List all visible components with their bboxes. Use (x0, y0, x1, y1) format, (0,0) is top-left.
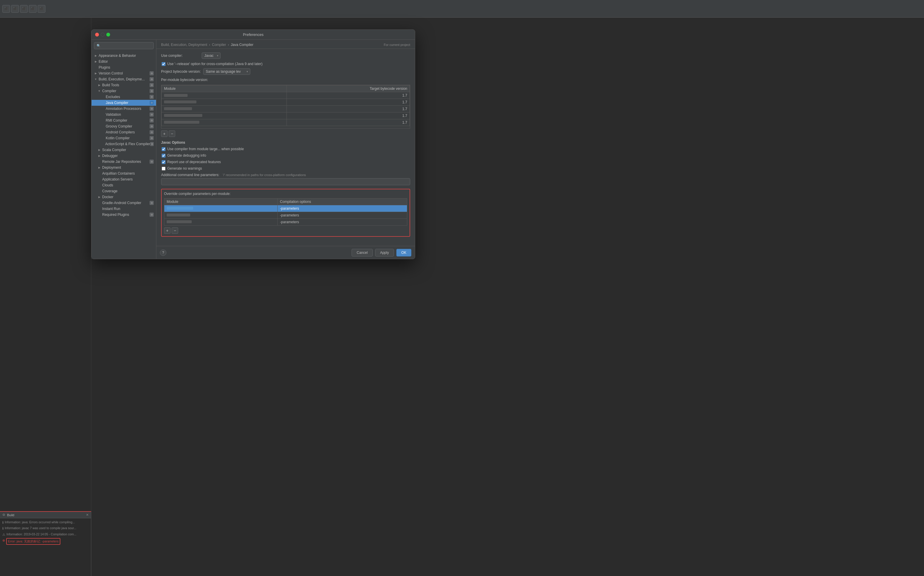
sidebar-item-debugger[interactable]: ▶ Debugger (91, 153, 156, 159)
search-input[interactable] (102, 43, 151, 48)
dialog-footer: ? Cancel Apply OK (157, 246, 415, 259)
sidebar-item-arquillian[interactable]: ▶ Arquillian Containers (91, 171, 156, 176)
sidebar-item-rmi[interactable]: ▶ RMI Compiler ⚙ (91, 117, 156, 123)
toolbar-btn-4[interactable]: ⬛ (29, 5, 37, 13)
sidebar-item-label: Gradle-Android Compiler (102, 201, 141, 205)
search-box[interactable]: 🔍 (94, 42, 154, 49)
settings-icon: ⚙ (150, 118, 154, 123)
arrow-icon: ▶ (98, 195, 101, 199)
table-row[interactable]: 1.7 (161, 99, 410, 106)
additional-params-input[interactable] (161, 178, 410, 185)
deprecated-checkbox[interactable] (161, 160, 165, 164)
version-cell: 1.7 (287, 92, 410, 99)
override-table-row[interactable]: -parameters (164, 212, 407, 219)
module-table-container: Module Target bytecode version (161, 85, 410, 129)
close-button[interactable] (95, 33, 99, 37)
sidebar-item-groovy[interactable]: ▶ Groovy Compiler ⚙ (91, 123, 156, 129)
toolbar-btn-1[interactable]: ⬛ (2, 5, 10, 13)
sidebar-item-kotlin[interactable]: ▶ Kotlin Compiler ⚙ (91, 135, 156, 141)
help-button[interactable]: ? (160, 250, 166, 256)
sidebar-item-android[interactable]: ▶ Android Compilers ⚙ (91, 129, 156, 135)
sidebar-item-build-tools[interactable]: ▶ Build Tools ⚙ (91, 82, 156, 88)
per-module-label: Per-module bytecode version: (161, 78, 208, 82)
sidebar-item-annotation[interactable]: ▶ Annotation Processors ⚙ (91, 106, 156, 112)
msg-text-2: Information: javac 7 was used to compile… (5, 526, 76, 530)
sidebar-item-plugins[interactable]: ▶ Plugins (91, 64, 156, 70)
maximize-button[interactable] (106, 33, 110, 37)
sidebar-item-remote-jar[interactable]: ▶ Remote Jar Repositories ⚙ (91, 159, 156, 165)
use-compiler-select-wrapper[interactable]: Javac (202, 53, 221, 59)
override-module-name (167, 220, 192, 223)
apply-button[interactable]: Apply (375, 249, 394, 256)
override-table: Module Compilation options -parameters (164, 198, 407, 226)
sidebar-item-excludes[interactable]: ▶ Excludes ⚙ (91, 94, 156, 100)
sidebar-item-actionscript[interactable]: ▶ ActionScript & Flex Compiler ⚙ (91, 141, 156, 147)
ok-button[interactable]: OK (396, 249, 411, 256)
cancel-button[interactable]: Cancel (352, 249, 372, 256)
toolbar-btn-5[interactable]: ⬛ (38, 5, 45, 13)
cross-compile-checkbox[interactable] (161, 62, 165, 66)
checkbox-label-4: Generate no warnings (167, 166, 202, 171)
use-compiler-select[interactable]: Javac (202, 53, 221, 59)
toolbar-btn-2[interactable]: ⬛ (11, 5, 19, 13)
sidebar-item-label: Plugins (99, 66, 110, 69)
sidebar-item-appearance[interactable]: ▶ Appearance & Behavior (91, 53, 156, 59)
checkbox-row-1: Use compiler from module targe... when p… (161, 147, 410, 151)
info-icon-1: ℹ (2, 520, 3, 525)
table-row[interactable]: 1.7 (161, 112, 410, 119)
module-name (164, 101, 197, 103)
table-row[interactable]: 1.7 (161, 92, 410, 99)
remove-override-button[interactable]: − (172, 227, 178, 234)
sidebar-item-version-control[interactable]: ▶ Version Control ⚙ (91, 70, 156, 76)
add-override-button[interactable]: + (164, 227, 171, 234)
override-table-buttons: + − (164, 227, 407, 234)
add-module-button[interactable]: + (161, 130, 168, 137)
toolbar-btn-3[interactable]: ⬛ (20, 5, 28, 13)
sidebar-item-label: Application Servers (102, 177, 133, 181)
msg-row-1: ℹ Information: java: Errors occurred whi… (1, 520, 90, 525)
messages-tab-label[interactable]: Build (7, 513, 14, 517)
bytecode-version-select[interactable]: Same as language lev (203, 68, 250, 75)
sidebar-item-java-compiler[interactable]: ▶ Java Compiler ⚙ (91, 100, 156, 106)
sidebar-item-validation[interactable]: ▶ Validation ⚙ (91, 112, 156, 117)
sidebar-item-label: Build Tools (102, 83, 119, 87)
sidebar-item-label: Required Plugins (102, 213, 129, 217)
module-name (164, 121, 199, 124)
messages-close-icon[interactable]: ✕ (86, 513, 89, 517)
ide-toolbar: ⬛ ⬛ ⬛ ⬛ ⬛ (0, 0, 924, 18)
preferences-dialog: Preferences 🔍 ▶ Appearance & Behavior ▶ (91, 29, 415, 259)
sidebar-item-label: Instant Run (102, 207, 120, 211)
sidebar-item-gradle-android[interactable]: ▶ Gradle-Android Compiler ⚙ (91, 200, 156, 206)
sidebar-item-app-servers[interactable]: ▶ Application Servers (91, 176, 156, 182)
nav-tree: ▶ Appearance & Behavior ▶ Editor ▶ Plugi… (91, 51, 156, 259)
sidebar-item-scala[interactable]: ▶ Scala Compiler (91, 147, 156, 153)
sidebar-item-compiler[interactable]: ▼ Compiler ⚙ (91, 88, 156, 94)
sidebar-item-coverage[interactable]: ▶ Coverage (91, 188, 156, 194)
sidebar-item-deployment[interactable]: ▶ Deployment (91, 165, 156, 171)
sidebar-item-editor[interactable]: ▶ Editor (91, 59, 156, 64)
minimize-button[interactable] (101, 33, 104, 37)
sidebar-item-label: Groovy Compiler (106, 124, 132, 128)
bytecode-version-wrapper[interactable]: Same as language lev (203, 68, 250, 75)
override-table-row[interactable]: -parameters (164, 219, 407, 226)
settings-icon: ⚙ (150, 71, 154, 75)
use-compiler-module-checkbox[interactable] (161, 147, 165, 151)
module-cell (161, 112, 287, 119)
remove-module-button[interactable]: − (169, 130, 175, 137)
override-table-row[interactable]: -parameters (164, 205, 407, 212)
sidebar-item-clouds[interactable]: ▶ Clouds (91, 182, 156, 188)
dialog-title: Preferences (243, 32, 264, 37)
msg-row-3: ⚠ Information: 2019-03-22 14:05 - Compil… (1, 531, 90, 538)
debug-info-checkbox[interactable] (161, 154, 165, 158)
table-row[interactable]: 1.7 (161, 119, 410, 126)
no-warnings-checkbox[interactable] (161, 167, 165, 171)
sidebar-item-docker[interactable]: ▶ Docker (91, 194, 156, 200)
version-cell: 1.7 (287, 99, 410, 106)
sidebar-item-required-plugins[interactable]: ▶ Required Plugins ⚙ (91, 212, 156, 218)
checkbox-row-4: Generate no warnings (161, 166, 410, 171)
sidebar-item-instant-run[interactable]: ▶ Instant Run (91, 206, 156, 212)
bytecode-version-row: Project bytecode version: Same as langua… (161, 68, 410, 75)
use-compiler-label: Use compiler: (161, 54, 199, 58)
table-row[interactable]: 1.7 (161, 106, 410, 112)
sidebar-item-build-exec[interactable]: ▼ Build, Execution, Deployme... ⚙ (91, 76, 156, 82)
